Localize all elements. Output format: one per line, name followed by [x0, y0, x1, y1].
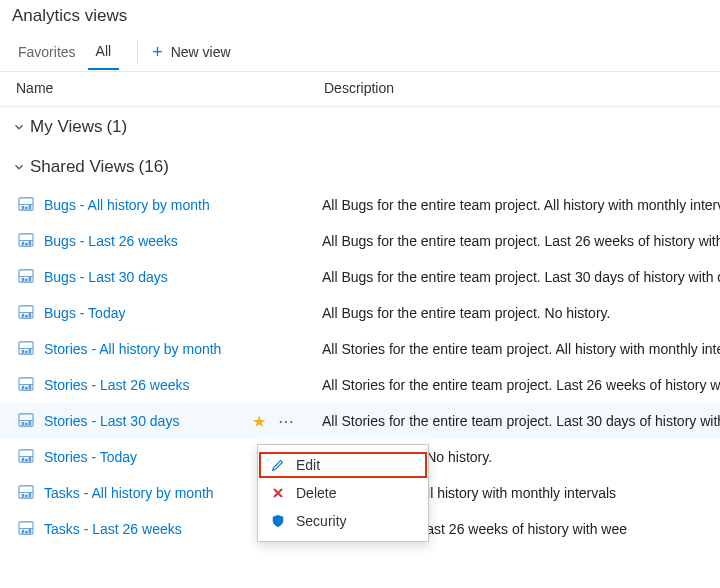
- svg-rect-4: [29, 205, 32, 209]
- table-row[interactable]: Bugs - TodayAll Bugs for the entire team…: [0, 295, 720, 331]
- svg-rect-23: [25, 351, 28, 354]
- view-name-link[interactable]: Bugs - Today: [44, 305, 250, 321]
- view-description: All Bugs for the entire team project. Al…: [322, 197, 720, 213]
- menu-item-delete-label: Delete: [296, 485, 336, 501]
- view-icon: [18, 377, 36, 393]
- svg-rect-2: [22, 206, 25, 210]
- view-icon: [18, 485, 36, 501]
- chevron-down-icon: [12, 120, 26, 134]
- svg-rect-6: [19, 240, 33, 241]
- vertical-separator: [137, 40, 138, 64]
- section-my-views[interactable]: My Views (1): [0, 107, 720, 147]
- view-name-link[interactable]: Tasks - All history by month: [44, 485, 250, 501]
- view-icon: [18, 341, 36, 357]
- svg-rect-44: [29, 493, 32, 497]
- menu-item-delete[interactable]: Delete: [258, 479, 428, 507]
- section-shared-views-count: (16): [139, 157, 169, 177]
- table-row[interactable]: Stories - All history by monthAll Storie…: [0, 331, 720, 367]
- view-name-link[interactable]: Stories - Last 30 days: [44, 413, 250, 429]
- svg-rect-46: [19, 528, 33, 529]
- svg-rect-32: [22, 422, 25, 426]
- tab-all[interactable]: All: [88, 34, 120, 70]
- table-row[interactable]: Bugs - All history by monthAll Bugs for …: [0, 187, 720, 223]
- svg-rect-9: [29, 241, 32, 245]
- menu-item-edit-label: Edit: [296, 457, 320, 473]
- svg-rect-42: [22, 494, 25, 498]
- new-view-label: New view: [171, 44, 231, 60]
- svg-rect-8: [25, 243, 28, 246]
- svg-rect-19: [29, 313, 32, 317]
- view-description: All Stories for the entire team project.…: [322, 413, 720, 429]
- view-name-link[interactable]: Bugs - Last 26 weeks: [44, 233, 250, 249]
- view-description: All Bugs for the entire team project. No…: [322, 305, 720, 321]
- section-shared-views[interactable]: Shared Views (16): [0, 147, 720, 187]
- toolbar: Favorites All + New view: [0, 32, 720, 72]
- table-row[interactable]: Stories - Last 26 weeksAll Stories for t…: [0, 367, 720, 403]
- star-icon[interactable]: ★: [252, 412, 266, 431]
- view-icon: [18, 269, 36, 285]
- svg-rect-49: [29, 529, 32, 533]
- section-shared-views-label: Shared Views: [30, 157, 135, 177]
- svg-rect-12: [22, 278, 25, 282]
- new-view-button[interactable]: + New view: [152, 43, 230, 61]
- x-icon: [270, 485, 286, 501]
- svg-rect-13: [25, 279, 28, 282]
- more-actions-button[interactable]: ⋯: [278, 412, 295, 431]
- view-icon: [18, 197, 36, 213]
- column-header-description[interactable]: Description: [324, 80, 708, 96]
- svg-rect-26: [19, 384, 33, 385]
- view-description: All Bugs for the entire team project. La…: [322, 269, 720, 285]
- svg-rect-31: [19, 420, 33, 421]
- view-icon: [18, 305, 36, 321]
- view-name-link[interactable]: Stories - Today: [44, 449, 250, 465]
- svg-rect-34: [29, 421, 32, 425]
- svg-rect-41: [19, 492, 33, 493]
- page-title: Analytics views: [0, 0, 720, 32]
- svg-rect-33: [25, 423, 28, 426]
- table-row[interactable]: Stories - Last 30 days★⋯All Stories for …: [0, 403, 720, 439]
- svg-rect-11: [19, 276, 33, 277]
- svg-rect-14: [29, 277, 32, 281]
- column-header-name[interactable]: Name: [12, 80, 324, 96]
- svg-rect-39: [29, 457, 32, 461]
- svg-rect-38: [25, 459, 28, 462]
- view-name-link[interactable]: Tasks - Last 26 weeks: [44, 521, 250, 537]
- view-name-link[interactable]: Stories - Last 26 weeks: [44, 377, 250, 393]
- tab-favorites[interactable]: Favorites: [10, 35, 84, 69]
- context-menu: Edit Delete Security: [257, 444, 429, 542]
- pencil-icon: [270, 457, 286, 473]
- svg-rect-43: [25, 495, 28, 498]
- row-actions: ★⋯: [250, 412, 322, 431]
- svg-rect-21: [19, 348, 33, 349]
- svg-rect-1: [19, 204, 33, 205]
- svg-rect-16: [19, 312, 33, 313]
- view-name-link[interactable]: Bugs - Last 30 days: [44, 269, 250, 285]
- chevron-down-icon: [12, 160, 26, 174]
- table-row[interactable]: Bugs - Last 30 daysAll Bugs for the enti…: [0, 259, 720, 295]
- svg-rect-3: [25, 207, 28, 210]
- view-name-link[interactable]: Stories - All history by month: [44, 341, 250, 357]
- section-my-views-count: (1): [106, 117, 127, 137]
- view-description: All Bugs for the entire team project. La…: [322, 233, 720, 249]
- svg-rect-36: [19, 456, 33, 457]
- svg-rect-22: [22, 350, 25, 354]
- svg-rect-48: [25, 531, 28, 534]
- svg-rect-24: [29, 349, 32, 353]
- view-name-link[interactable]: Bugs - All history by month: [44, 197, 250, 213]
- view-icon: [18, 449, 36, 465]
- svg-rect-17: [22, 314, 25, 318]
- view-icon: [18, 413, 36, 429]
- menu-item-edit[interactable]: Edit: [258, 451, 428, 479]
- view-icon: [18, 521, 36, 537]
- menu-item-security[interactable]: Security: [258, 507, 428, 535]
- view-icon: [18, 233, 36, 249]
- view-description: All Stories for the entire team project.…: [322, 377, 720, 393]
- svg-rect-29: [29, 385, 32, 389]
- svg-rect-7: [22, 242, 25, 246]
- svg-rect-37: [22, 458, 25, 462]
- table-row[interactable]: Bugs - Last 26 weeksAll Bugs for the ent…: [0, 223, 720, 259]
- svg-rect-28: [25, 387, 28, 390]
- section-my-views-label: My Views: [30, 117, 102, 137]
- view-description: All Stories for the entire team project.…: [322, 341, 720, 357]
- plus-icon: +: [152, 43, 163, 61]
